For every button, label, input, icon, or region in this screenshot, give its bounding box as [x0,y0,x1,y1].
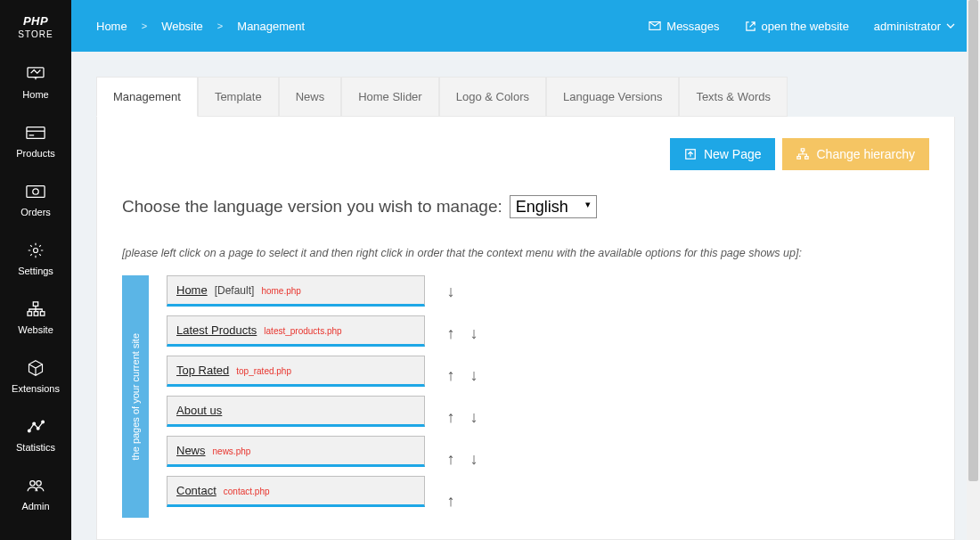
chart-icon [26,417,45,437]
svg-point-8 [34,249,38,253]
sidebar-item-orders[interactable]: Orders [0,169,71,228]
sidebar-item-label: Extensions [12,383,60,394]
page-file: home.php [261,286,300,296]
topbar: Home > Website > Management Messages ope… [71,0,980,52]
sidebar-item-products[interactable]: Products [0,110,71,169]
arrow-row: ↑↓ [443,359,482,392]
open-website-link[interactable]: open the website [745,20,849,33]
pages-side-label: the pages of your current site [122,275,149,518]
breadcrumb-management[interactable]: Management [237,20,305,33]
scrollbar[interactable] [967,0,980,540]
sidebar-item-label: Orders [20,207,51,217]
svg-rect-0 [28,68,44,78]
user-menu[interactable]: administrator [874,20,955,33]
move-down-button[interactable]: ↓ [466,324,482,344]
hint-text: [please left click on a page to select i… [122,247,929,259]
breadcrumb-sep: > [217,20,223,31]
messages-link[interactable]: Messages [649,20,719,33]
page-row[interactable]: Contactcontact.php [167,476,425,507]
new-page-button[interactable]: New Page [670,138,776,170]
content-card: New Page Change hierarchy Choose the lan… [96,117,955,540]
svg-rect-11 [34,312,38,316]
move-down-button[interactable]: ↓ [466,450,482,470]
move-up-button[interactable]: ↑ [443,492,459,511]
move-up-button[interactable]: ↑ [443,366,459,386]
arrow-row: ↑↓ [443,317,482,350]
scrollbar-thumb[interactable] [968,0,978,481]
page-row[interactable]: About us [167,396,425,427]
breadcrumb-home[interactable]: Home [96,20,127,33]
svg-rect-12 [40,312,45,316]
arrow-row: ↓ [443,275,482,308]
page-row[interactable]: Latest Productslatest_products.php [167,315,425,347]
page-file: latest_products.php [264,326,341,336]
user-label: administrator [874,20,941,33]
upload-icon [684,148,697,160]
external-icon [745,20,756,32]
sidebar-item-website[interactable]: Website [0,287,71,346]
sidebar-item-admin[interactable]: Admin [0,463,71,522]
sidebar-item-settings[interactable]: Settings [0,228,71,287]
sidebar-item-extensions[interactable]: Extensions [0,346,71,405]
svg-rect-22 [797,157,801,160]
move-down-button[interactable]: ↓ [466,366,482,386]
page-name: News [176,444,206,457]
svg-rect-21 [802,149,805,151]
page-row[interactable]: Home[Default]home.php [167,275,425,307]
svg-point-7 [33,189,38,194]
sidebar: PHP STORE Home Products Orders Set [0,0,71,540]
page-name: Latest Products [176,323,257,337]
page-name: Home [176,283,208,297]
new-page-label: New Page [704,147,762,161]
gear-icon [26,241,45,260]
open-website-label: open the website [762,20,849,33]
users-icon [26,476,45,495]
tab-texts-words[interactable]: Texts & Words [679,77,788,117]
page-name: Contact [176,484,216,497]
mail-icon [649,20,661,31]
move-up-button[interactable]: ↑ [443,408,459,428]
cube-icon [26,358,45,378]
tab-logo-colors[interactable]: Logo & Colors [439,77,546,117]
sidebar-item-label: Admin [21,501,49,511]
move-up-button[interactable]: ↑ [443,324,459,344]
sidebar-item-label: Website [18,324,53,335]
page-file: news.php [213,446,251,456]
pages-side-label-text: the pages of your current site [130,333,141,460]
chevron-down-icon [946,23,955,29]
page-default-badge: [Default] [215,284,255,297]
svg-point-17 [30,481,35,486]
svg-rect-6 [27,186,45,198]
svg-point-18 [37,481,41,486]
sidebar-item-home[interactable]: Home [0,52,71,110]
logo-sub: STORE [0,29,71,39]
page-file: contact.php [224,487,270,496]
change-hierarchy-label: Change hierarchy [816,147,915,161]
sidebar-item-statistics[interactable]: Statistics [0,405,71,463]
move-down-button[interactable]: ↓ [466,408,482,428]
svg-rect-9 [33,302,37,307]
page-row[interactable]: Newsnews.php [167,436,425,467]
tabs: Management Template News Home Slider Log… [96,77,955,117]
tab-management[interactable]: Management [96,77,198,117]
card-icon [26,123,45,143]
move-down-button[interactable]: ↓ [443,282,459,302]
svg-rect-3 [27,127,45,139]
breadcrumb-website[interactable]: Website [161,20,203,33]
sidebar-item-label: Settings [18,266,53,276]
tab-template[interactable]: Template [198,77,279,117]
language-select[interactable]: English [510,195,597,218]
change-hierarchy-button[interactable]: Change hierarchy [782,138,929,170]
page-row[interactable]: Top Ratedtop_rated.php [167,356,425,387]
svg-rect-23 [805,157,809,160]
sitemap-icon [26,299,45,319]
messages-label: Messages [666,20,719,33]
tab-news[interactable]: News [279,77,342,117]
move-up-button[interactable]: ↑ [443,450,459,470]
arrow-row: ↑ [443,485,482,518]
tab-home-slider[interactable]: Home Slider [341,77,439,117]
arrow-row: ↑↓ [443,401,482,434]
tab-language-versions[interactable]: Language Versions [546,77,679,117]
page-list: Home[Default]home.phpLatest Productslate… [167,275,425,518]
hierarchy-icon [796,148,809,160]
